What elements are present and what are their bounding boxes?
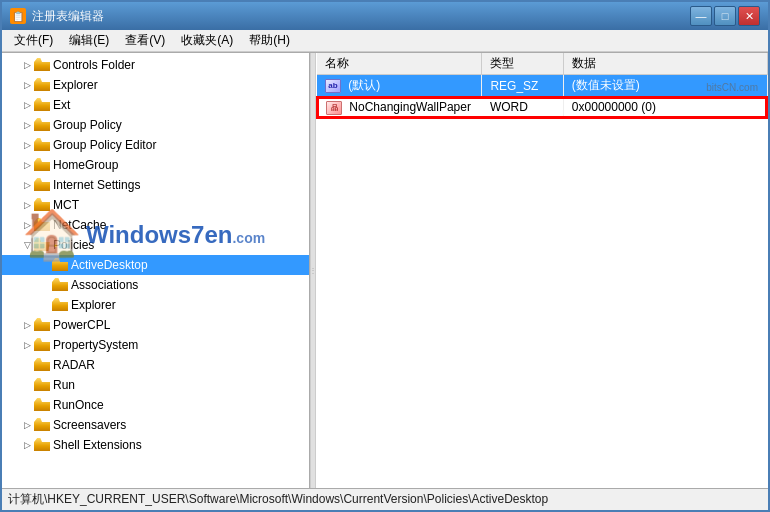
tree-label: HomeGroup [53,158,118,172]
reg-type-icon-ab: ab [325,79,341,93]
tree-label: Screensavers [53,418,126,432]
status-path: 计算机\HKEY_CURRENT_USER\Software\Microsoft… [8,491,548,508]
reg-name-cell: ab (默认) [317,75,482,98]
tree-item-associations[interactable]: Associations [2,275,309,295]
window-title: 注册表编辑器 [32,8,690,25]
tree-label: ActiveDesktop [71,258,148,272]
tree-item-netcache[interactable]: ▷ NetCache [2,215,309,235]
tree-item-radar[interactable]: RADAR [2,355,309,375]
expand-icon[interactable]: ▽ [20,238,34,252]
tree-label: MCT [53,198,79,212]
tree-label: Group Policy [53,118,122,132]
expand-icon[interactable]: ▷ [20,318,34,332]
tree-item-mct[interactable]: ▷ MCT [2,195,309,215]
tree-item-controls-folder[interactable]: ▷ Controls Folder [2,55,309,75]
expand-icon[interactable]: ▷ [20,338,34,352]
expand-icon[interactable] [20,358,34,372]
col-name[interactable]: 名称 [317,53,482,75]
main-window: 📋 注册表编辑器 — □ ✕ 文件(F) 编辑(E) 查看(V) 收藏夹(A) … [0,0,770,512]
expand-icon[interactable]: ▷ [20,118,34,132]
reg-name: (默认) [348,78,380,92]
menu-edit[interactable]: 编辑(E) [61,30,117,51]
col-data[interactable]: 数据 [563,53,767,75]
tree-label: Ext [53,98,70,112]
expand-icon[interactable]: ▷ [20,98,34,112]
maximize-button[interactable]: □ [714,6,736,26]
tree-scroll[interactable]: ▷ Controls Folder ▷ Explorer ▷ Ext [2,53,309,488]
menu-favorites[interactable]: 收藏夹(A) [173,30,241,51]
registry-scroll[interactable]: 名称 类型 数据 ab (默认) [316,53,768,488]
expand-icon[interactable]: ▷ [20,178,34,192]
tree-label: Explorer [53,78,98,92]
minimize-button[interactable]: — [690,6,712,26]
tree-label: Shell Extensions [53,438,142,452]
table-header-row: 名称 类型 数据 [317,53,767,75]
tree-item-internet-settings[interactable]: ▷ Internet Settings [2,175,309,195]
expand-icon[interactable]: ▷ [20,198,34,212]
window-controls: — □ ✕ [690,6,760,26]
tree-item-screensavers[interactable]: ▷ Screensavers [2,415,309,435]
tree-label: NetCache [53,218,106,232]
split-panel: ▷ Controls Folder ▷ Explorer ▷ Ext [2,52,768,488]
tree-item-run[interactable]: Run [2,375,309,395]
app-icon: 📋 [10,8,26,24]
tree-item-powercpl[interactable]: ▷ PowerCPL [2,315,309,335]
expand-icon[interactable]: ▷ [20,438,34,452]
reg-type-icon-dword: 品 [326,101,342,115]
close-button[interactable]: ✕ [738,6,760,26]
expand-icon[interactable]: ▷ [20,78,34,92]
reg-type-cell: WORD [482,97,563,118]
tree-item-shell-extensions[interactable]: ▷ Shell Extensions [2,435,309,455]
status-bar: 计算机\HKEY_CURRENT_USER\Software\Microsoft… [2,488,768,510]
tree-label: Associations [71,278,138,292]
tree-label: PropertySystem [53,338,138,352]
tree-label: RADAR [53,358,95,372]
reg-name: NoChangingWallPaper [349,100,471,114]
tree-item-active-desktop[interactable]: ActiveDesktop [2,255,309,275]
title-bar: 📋 注册表编辑器 — □ ✕ [2,2,768,30]
content-area: 🏠 Windows7en.com bitsCN.com ▷ Contro [2,52,768,488]
registry-table: 名称 类型 数据 ab (默认) [316,53,768,119]
menu-file[interactable]: 文件(F) [6,30,61,51]
tree-label: Explorer [71,298,116,312]
expand-icon[interactable]: ▷ [20,158,34,172]
expand-icon[interactable] [38,258,52,272]
expand-icon[interactable] [20,378,34,392]
tree-item-group-policy[interactable]: ▷ Group Policy [2,115,309,135]
tree-item-explorer[interactable]: ▷ Explorer [2,75,309,95]
expand-icon[interactable]: ▷ [20,418,34,432]
col-type[interactable]: 类型 [482,53,563,75]
tree-item-runonce[interactable]: RunOnce [2,395,309,415]
tree-panel: ▷ Controls Folder ▷ Explorer ▷ Ext [2,53,310,488]
tree-item-homegroup[interactable]: ▷ HomeGroup [2,155,309,175]
tree-label: Controls Folder [53,58,135,72]
menu-view[interactable]: 查看(V) [117,30,173,51]
expand-icon[interactable]: ▷ [20,138,34,152]
expand-icon[interactable] [38,298,52,312]
tree-item-explorer-child[interactable]: Explorer [2,295,309,315]
reg-type-cell: REG_SZ [482,75,563,98]
corner-logo: bitsCN.com [706,82,758,93]
tree-label: PowerCPL [53,318,110,332]
table-row[interactable]: 品 NoChangingWallPaper WORD 0x00000000 (0… [317,97,767,118]
expand-icon[interactable] [38,278,52,292]
expand-icon[interactable]: ▷ [20,218,34,232]
tree-item-property-system[interactable]: ▷ PropertySystem [2,335,309,355]
tree-item-group-policy-editor[interactable]: ▷ Group Policy Editor [2,135,309,155]
expand-icon[interactable]: ▷ [20,58,34,72]
reg-data-cell: 0x00000000 (0) [563,97,767,118]
expand-icon[interactable] [20,398,34,412]
reg-name-cell: 品 NoChangingWallPaper [317,97,482,118]
tree-label: Internet Settings [53,178,140,192]
tree-item-ext[interactable]: ▷ Ext [2,95,309,115]
tree-label: Group Policy Editor [53,138,156,152]
menu-bar: 文件(F) 编辑(E) 查看(V) 收藏夹(A) 帮助(H) [2,30,768,52]
tree-label: Run [53,378,75,392]
tree-label: RunOnce [53,398,104,412]
tree-item-policies[interactable]: ▽ Policies [2,235,309,255]
table-row[interactable]: ab (默认) REG_SZ (数值未设置) [317,75,767,98]
menu-help[interactable]: 帮助(H) [241,30,298,51]
tree-label: Policies [53,238,94,252]
right-panel: 名称 类型 数据 ab (默认) [316,53,768,488]
